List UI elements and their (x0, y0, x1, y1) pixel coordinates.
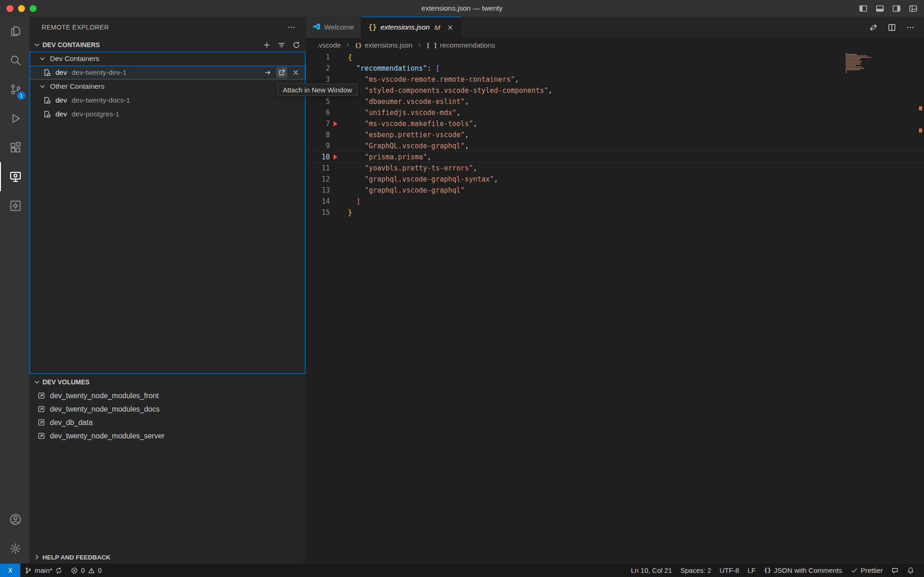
container-icon (43, 110, 51, 118)
volume-item[interactable]: dev_twenty_node_modules_docs (30, 402, 306, 416)
gutter-mark (330, 196, 348, 207)
add-dev-container-button[interactable] (263, 41, 271, 49)
notifications[interactable] (903, 564, 918, 577)
activity-item-accounts[interactable] (0, 505, 30, 534)
status-label: UTF-8 (719, 566, 739, 574)
container-item[interactable]: devdev-twenty-docs-1 (30, 93, 306, 107)
split-editor-button[interactable] (888, 23, 896, 32)
code-line-2[interactable]: 2 "recommendations": [ (306, 63, 924, 74)
tab-extensions-json[interactable]: {}extensions.jsonM (361, 17, 461, 38)
feedback[interactable] (887, 564, 903, 577)
indentation[interactable]: Spaces: 2 (676, 564, 716, 577)
cursor-position[interactable]: Ln 10, Col 21 (626, 564, 676, 577)
attach-button[interactable] (262, 67, 274, 78)
code-line-10[interactable]: 10 "prisma.prisma", (306, 152, 924, 163)
line-number: 15 (306, 208, 330, 217)
attach-new-window-button[interactable] (276, 67, 287, 78)
volume-item[interactable]: dev_twenty_node_modules_server (30, 429, 306, 443)
zoom-window-button[interactable] (30, 5, 36, 12)
problems-status[interactable]: 00 (67, 564, 106, 577)
activity-item-search[interactable] (0, 46, 30, 75)
search-icon (9, 54, 22, 67)
sidebar-title: REMOTE EXPLORER (42, 24, 109, 31)
activity-item-run-debug[interactable] (0, 104, 30, 133)
formatter[interactable]: Prettier (846, 564, 887, 577)
feedback-icon (891, 567, 899, 574)
layout-sidebar-left-icon[interactable] (859, 4, 868, 13)
code-line-3[interactable]: 3 "ms-vscode-remote.remote-containers", (306, 74, 924, 85)
volume-item[interactable]: dev_twenty_node_modules_front (30, 389, 306, 402)
section-dev-containers[interactable]: DEV CONTAINERS (30, 38, 306, 52)
chevron-down-icon (33, 378, 41, 386)
minimap[interactable] (845, 53, 872, 73)
layout-sidebar-right-icon[interactable] (892, 4, 901, 13)
tab-welcome[interactable]: Welcome (306, 17, 361, 38)
code-line-7[interactable]: 7 "ms-vscode.makefile-tools", (306, 118, 924, 129)
container-icon (43, 96, 51, 104)
code-line-12[interactable]: 12 "graphql.vscode-graphql-syntax", (306, 174, 924, 185)
close-window-button[interactable] (6, 5, 13, 12)
container-icon (43, 68, 51, 77)
dev-volumes-list: dev_twenty_node_modules_frontdev_twenty_… (30, 389, 306, 443)
tabs: Welcome{}extensions.jsonM (306, 17, 461, 38)
breadcrumb-item[interactable]: [ ]recommendations (426, 41, 495, 49)
open-changes-button[interactable] (869, 23, 878, 32)
breadcrumb-item[interactable]: {}extensions.json (355, 41, 413, 49)
stop-container-button[interactable] (290, 67, 301, 78)
remote-indicator[interactable] (0, 564, 20, 577)
breadcrumb-label: recommendations (440, 41, 495, 49)
line-text: "esbenp.prettier-vscode", (348, 129, 469, 140)
code-line-15[interactable]: 15} (306, 207, 924, 218)
activity-item-settings[interactable] (0, 534, 30, 563)
language-mode[interactable]: {}JSON with Comments (760, 564, 846, 577)
activity-item-dev-containers[interactable] (0, 191, 30, 220)
code-line-14[interactable]: 14 ] (306, 196, 924, 207)
tree-group[interactable]: Other Containers (30, 79, 306, 93)
more-actions-button[interactable] (906, 23, 915, 32)
activity-bar: 1 (0, 17, 30, 563)
activity-item-source-control[interactable]: 1 (0, 75, 30, 104)
code-line-13[interactable]: 13 "graphql.vscode-graphql" (306, 185, 924, 196)
account-icon (9, 513, 22, 526)
volume-icon (37, 432, 45, 440)
close-tab-button[interactable] (447, 24, 454, 31)
container-type: dev (55, 68, 67, 77)
tree-group[interactable]: Dev Containers (30, 52, 306, 66)
line-text: "GraphQL.vscode-graphql", (348, 140, 469, 152)
status-label: Spaces: 2 (681, 566, 711, 574)
code-line-8[interactable]: 8 "esbenp.prettier-vscode", (306, 129, 924, 140)
breadcrumb-item[interactable]: .vscode (317, 41, 341, 49)
layout-panel-icon[interactable] (875, 4, 884, 13)
more-actions-icon[interactable] (287, 23, 296, 31)
refresh-button[interactable] (292, 41, 300, 49)
code-editor[interactable]: 1{2 "recommendations": [3 "ms-vscode-rem… (306, 52, 924, 563)
eol[interactable]: LF (743, 564, 760, 577)
volume-name: dev_db_data (50, 419, 93, 427)
container-name: dev-twenty-docs-1 (72, 96, 130, 104)
code-line-9[interactable]: 9 "GraphQL.vscode-graphql", (306, 140, 924, 152)
titlebar: extensions.json — twenty (0, 0, 924, 17)
section-help-feedback[interactable]: HELP AND FEEDBACK (30, 551, 306, 563)
volume-item[interactable]: dev_db_data (30, 416, 306, 429)
branch-status[interactable]: main* (20, 564, 67, 577)
activity-item-extensions[interactable] (0, 133, 30, 162)
activity-item-remote-explorer[interactable] (0, 162, 30, 191)
encoding[interactable]: UTF-8 (715, 564, 743, 577)
volume-name: dev_twenty_node_modules_docs (50, 405, 160, 413)
code-line-4[interactable]: 4 "styled-components.vscode-styled-compo… (306, 85, 924, 96)
code-line-6[interactable]: 6 "unifiedjs.vscode-mdx", (306, 107, 924, 118)
overview-ruler-mark (919, 128, 922, 133)
code-line-5[interactable]: 5 "dbaeumer.vscode-eslint", (306, 96, 924, 107)
filter-button[interactable] (278, 41, 286, 49)
container-item[interactable]: devdev-postgres-1 (30, 107, 306, 121)
activity-item-explorer[interactable] (0, 17, 30, 46)
status-bar: main*00 Ln 10, Col 21Spaces: 2UTF-8LF{}J… (0, 563, 924, 577)
line-number: 3 (306, 75, 330, 84)
code-line-11[interactable]: 11 "yoavbls.pretty-ts-errors", (306, 163, 924, 174)
code-line-1[interactable]: 1{ (306, 52, 924, 63)
container-item[interactable]: devdev-twenty-dev-1 (30, 66, 306, 79)
section-dev-volumes[interactable]: DEV VOLUMES (30, 375, 306, 389)
section-actions (263, 41, 300, 49)
minimize-window-button[interactable] (18, 5, 25, 12)
layout-customize-icon[interactable] (909, 4, 918, 13)
